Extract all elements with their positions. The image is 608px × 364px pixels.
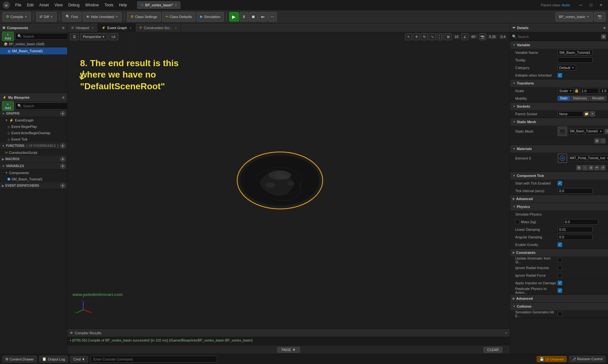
event-tick-item[interactable]: ◇ Event Tick <box>0 136 67 142</box>
physics-section-header[interactable]: ▼ Physics <box>510 203 608 210</box>
active-tab[interactable]: ⬡ BP_vortex_basin* × <box>137 1 180 9</box>
cmd-button[interactable]: Cmd ▼ <box>70 356 88 362</box>
camera-button[interactable]: 📷 <box>594 12 605 22</box>
details-search-input[interactable] <box>518 35 600 39</box>
cursor-tool-button[interactable]: ↖ <box>405 33 412 40</box>
replicate-physics-checkbox[interactable]: ✓ <box>558 288 562 293</box>
sm-basin-var-item[interactable]: SM_Basin_Tutorial1 <box>0 176 67 182</box>
menu-help[interactable]: Help <box>117 2 130 9</box>
constraints-section-header[interactable]: ▶ Constraints <box>510 249 608 256</box>
components-panel-close[interactable]: × <box>62 25 65 30</box>
menu-window[interactable]: Window <box>83 2 101 9</box>
menu-file[interactable]: File <box>13 2 24 9</box>
output-log-button[interactable]: 📋 Output Log <box>39 356 68 362</box>
update-kinematic-checkbox[interactable] <box>558 258 562 262</box>
menu-edit[interactable]: Edit <box>24 2 36 9</box>
mesh-refresh-button[interactable]: ↺ <box>605 129 608 134</box>
clear-button[interactable]: CLEAR <box>484 347 502 353</box>
event-graph-tab[interactable]: ⚡ Event Graph × <box>98 23 136 32</box>
ignore-radial-impulse-checkbox[interactable] <box>558 266 562 270</box>
minimize-button[interactable]: ─ <box>576 2 585 8</box>
grid-snap-button[interactable]: ⊞ <box>445 33 452 40</box>
construction-script-tab[interactable]: ⟳ Construction Scr... × <box>136 23 181 32</box>
event-graph-item[interactable]: ▼ ⚡ EventGraph <box>0 117 67 123</box>
unsaved-badge[interactable]: 💾 10 Unsaved <box>537 356 567 362</box>
viewport-tab[interactable]: ⊞ Viewport × <box>67 23 98 32</box>
mass-input[interactable] <box>563 219 598 225</box>
viewport-hamburger-button[interactable]: ☰ <box>70 33 79 40</box>
step-button[interactable]: ⏸ <box>239 12 248 22</box>
advanced-section-1-header[interactable]: ▶ Advanced <box>510 195 608 203</box>
revision-control-button[interactable]: ⎇ Revision Control <box>569 356 605 362</box>
compiler-results-close[interactable]: × <box>505 331 507 335</box>
mobility-movable-button[interactable]: Movable <box>590 96 606 101</box>
scale-dropdown[interactable]: Scale ▼ <box>558 88 573 94</box>
perspective-button[interactable]: Perspective ▼ <box>80 33 107 40</box>
angle-snap-button[interactable]: ∠ <box>461 33 468 40</box>
variables-add-button[interactable]: + <box>60 164 65 169</box>
more-play-button[interactable]: ⋯ <box>268 12 277 22</box>
materials-section-header[interactable]: ▼ Materials <box>510 145 608 153</box>
console-input[interactable] <box>91 356 217 363</box>
stop-button[interactable]: ⏹ <box>249 12 258 22</box>
event-graph-tab-close[interactable]: × <box>130 26 131 30</box>
menu-tools[interactable]: Tools <box>102 2 116 9</box>
add-component-button[interactable]: + Add <box>2 32 14 41</box>
components-subsection[interactable]: ▼ Components <box>0 170 67 176</box>
page-button[interactable]: PAGE ▼ <box>277 347 300 353</box>
event-begin-play-item[interactable]: ◇ Event BeginPlay <box>0 123 67 130</box>
variable-section-header[interactable]: ▼ Variable <box>510 41 608 49</box>
socket-clear-button[interactable]: × <box>590 111 595 116</box>
bp-search-input[interactable] <box>23 104 67 108</box>
socket-folder-button[interactable]: 📁 <box>584 111 589 116</box>
scale-tool-button[interactable]: ⤡ <box>429 33 436 40</box>
blueprint-name-dropdown[interactable]: BP_vortex_basin ▼ <box>555 12 593 22</box>
graphs-add-button[interactable]: + <box>60 111 65 116</box>
variable-name-input[interactable] <box>558 50 592 55</box>
component-tick-section-header[interactable]: ▼ Component Tick <box>510 172 608 179</box>
mass-checkbox[interactable] <box>515 220 520 224</box>
macros-add-button[interactable]: + <box>60 157 65 162</box>
category-dropdown[interactable]: Default ▼ <box>558 65 576 71</box>
component-search-input[interactable] <box>23 35 67 38</box>
material-use-button[interactable]: → <box>582 165 587 170</box>
move-tool-button[interactable]: ✛ <box>413 33 420 40</box>
viewport-tab-close[interactable]: × <box>92 26 94 30</box>
ignore-radial-force-checkbox[interactable] <box>558 273 562 278</box>
skip-button[interactable]: ⏭ <box>258 12 267 22</box>
advanced-section-2-header[interactable]: ▶ Advanced <box>510 295 608 302</box>
material-browse-button[interactable]: ⊞ <box>576 165 581 170</box>
tooltip-input[interactable] <box>558 57 592 63</box>
construction-script-tab-close[interactable]: × <box>175 26 177 30</box>
viewport-area[interactable]: 8. The end result is this where we have … <box>67 32 510 329</box>
mesh-browse-button[interactable]: ⊞ <box>594 138 599 143</box>
parent-socket-input[interactable] <box>558 111 583 117</box>
tick-interval-input[interactable] <box>558 188 592 194</box>
class-settings-button[interactable]: ⚙ Class Settings <box>127 12 161 22</box>
material-reset-button[interactable]: ↺ <box>600 165 605 170</box>
maximize-button[interactable]: □ <box>586 2 595 8</box>
camera-speed-button[interactable]: 📷 <box>479 33 486 40</box>
class-defaults-button[interactable]: ✏ Class Defaults <box>162 12 196 22</box>
event-actor-begin-overlap-item[interactable]: ◇ Event ActorBeginOverlap <box>0 130 67 136</box>
simulation-button[interactable]: ▶ Simulation <box>197 12 224 22</box>
component-tree-item-self[interactable]: 📦 BP_vortex_basin (Self) <box>0 41 67 47</box>
material-name-dropdown[interactable]: MAT_Portal_Tutorial_Inst ▼ <box>568 155 608 161</box>
mesh-use-button[interactable]: → <box>600 138 605 143</box>
material-edit-button[interactable]: ✏ <box>594 165 599 170</box>
component-tree-item-sm[interactable]: ▦ SM_Basin_Tutorial1 <box>0 47 67 54</box>
linear-damping-input[interactable] <box>558 227 592 232</box>
sockets-section-header[interactable]: ▼ Sockets <box>510 103 608 110</box>
diff-button[interactable]: ⇄ Diff ▼ <box>36 12 56 22</box>
bp-add-button[interactable]: + Add <box>2 101 14 111</box>
scale-x-input[interactable] <box>580 88 599 94</box>
collision-section-header[interactable]: ▼ Collision <box>510 303 608 310</box>
construction-script-item[interactable]: ⟳ ConstructionScript <box>0 149 67 156</box>
tab-close[interactable]: × <box>175 3 177 7</box>
find-button[interactable]: 🔍 Find <box>62 12 81 22</box>
close-button[interactable]: × <box>597 2 605 8</box>
editable-checkbox[interactable]: ✓ <box>558 73 562 78</box>
hide-unrelated-button[interactable]: 👁 Hide Unrelated ▼ <box>83 12 122 22</box>
transform-section-header[interactable]: ▼ Transform <box>510 79 608 87</box>
enable-gravity-checkbox[interactable]: ✓ <box>558 242 562 247</box>
